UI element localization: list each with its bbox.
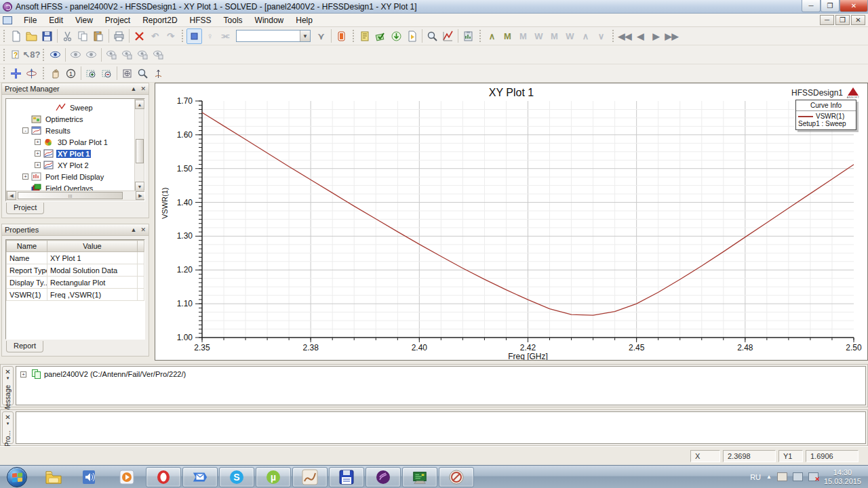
taskbar-designer-app[interactable] bbox=[292, 467, 328, 487]
toolbar-grip[interactable] bbox=[3, 48, 5, 62]
clock[interactable]: 14:30 15.03.2015 bbox=[824, 468, 861, 486]
tree-item-label[interactable]: Sweep bbox=[68, 104, 94, 112]
tray-expand-icon[interactable]: ▲ bbox=[766, 474, 772, 480]
tree-scroll-down[interactable]: ▼ bbox=[135, 182, 144, 191]
tree-item-label[interactable]: Port Field Display bbox=[44, 173, 105, 181]
mdi-minimize-button[interactable]: ─ bbox=[820, 15, 834, 25]
tree-item-results[interactable]: -Results bbox=[6, 125, 144, 136]
show-active-icon[interactable] bbox=[104, 47, 119, 62]
mdi-restore-button[interactable]: ❐ bbox=[835, 15, 850, 25]
tree-scroll-right[interactable]: ▶ bbox=[136, 191, 145, 200]
validate-icon[interactable] bbox=[357, 28, 373, 44]
close-button[interactable]: ✕ bbox=[840, 0, 868, 12]
paste-icon[interactable] bbox=[91, 28, 106, 44]
toolbar-grip[interactable] bbox=[479, 29, 481, 43]
print-icon[interactable] bbox=[111, 28, 127, 44]
prop-value-cell[interactable]: Freq ,VSWR(1) bbox=[47, 289, 138, 301]
minimize-button[interactable]: ─ bbox=[802, 0, 821, 12]
measure-icon[interactable]: ♀ bbox=[202, 28, 218, 44]
save-icon[interactable] bbox=[39, 28, 55, 44]
prop-value-cell[interactable]: Modal Solution Data bbox=[47, 264, 138, 277]
last-frame-icon[interactable]: ▶▶ bbox=[664, 28, 679, 44]
prop-row-display-ty-[interactable]: Display Ty...Rectangular Plot bbox=[7, 277, 144, 289]
toolbar-grip[interactable] bbox=[42, 48, 45, 62]
wave-w1-icon[interactable]: W bbox=[531, 28, 547, 44]
taskbar-volume-mixer[interactable] bbox=[73, 467, 108, 487]
tree-item-optimetrics[interactable]: Optimetrics bbox=[6, 113, 144, 125]
solve-loop-icon[interactable] bbox=[425, 28, 440, 44]
wave-down-icon[interactable]: ∨ bbox=[593, 28, 609, 44]
hide-selection-icon[interactable] bbox=[68, 47, 83, 62]
menu-project[interactable]: Project bbox=[99, 14, 136, 26]
hide-all-icon[interactable] bbox=[83, 47, 99, 62]
toolbar-grip[interactable] bbox=[3, 29, 5, 43]
wave-sine-icon[interactable]: ∧ bbox=[484, 28, 500, 44]
wave-m3-icon[interactable]: M bbox=[547, 28, 562, 44]
prop-value-cell[interactable]: XY Plot 1 bbox=[47, 252, 138, 264]
prop-row-name[interactable]: NameXY Plot 1 bbox=[7, 252, 144, 264]
tree-expander-icon[interactable]: + bbox=[22, 174, 28, 180]
tree-item-sweep[interactable]: Sweep bbox=[6, 102, 144, 113]
tree-item-xy-plot-1[interactable]: +XY Plot 1 bbox=[6, 148, 144, 159]
rotate-3d-icon[interactable] bbox=[24, 66, 39, 81]
curve-info-legend[interactable]: Curve Info VSWR(1) Setup1 : Sweep bbox=[795, 100, 856, 130]
prop-row-vswr-1-[interactable]: VSWR(1)Freq ,VSWR(1) bbox=[7, 289, 144, 301]
tree-item-port-field-display[interactable]: +Port Field Display bbox=[6, 171, 144, 182]
show-visibility-icon[interactable] bbox=[47, 47, 63, 62]
child-window-icon[interactable] bbox=[3, 16, 12, 24]
tree-item-label[interactable]: Optimetrics bbox=[44, 115, 85, 123]
open-folder-icon[interactable] bbox=[24, 28, 39, 44]
wave-m2-icon[interactable]: M bbox=[515, 28, 531, 44]
copy-icon[interactable] bbox=[75, 28, 91, 44]
tree-vscroll-thumb[interactable] bbox=[136, 139, 144, 163]
move-3d-icon[interactable] bbox=[8, 66, 24, 81]
prop-col-name[interactable]: Name bbox=[7, 241, 47, 252]
menu-report2d[interactable]: Report2D bbox=[136, 14, 183, 26]
variables-icon[interactable]: ⋎ bbox=[313, 28, 329, 44]
wave-w2-icon[interactable]: W bbox=[562, 28, 578, 44]
taskbar-purple-app[interactable] bbox=[366, 467, 401, 487]
model-tree-icon[interactable]: ⫘ bbox=[218, 28, 233, 44]
tree-expander-icon[interactable]: + bbox=[35, 150, 41, 157]
redo-icon[interactable]: ↷ bbox=[163, 28, 178, 44]
message-dock-tab[interactable]: ✕ ▾ Message bbox=[2, 366, 14, 405]
dynamic-zoom-icon[interactable]: 1 bbox=[63, 66, 79, 81]
properties-close-icon[interactable]: ✕ bbox=[140, 226, 146, 233]
tree-hscroll-thumb[interactable]: III bbox=[18, 192, 123, 199]
panel-collapse-icon[interactable]: ▲ bbox=[131, 85, 137, 92]
combo-dropdown-icon[interactable]: ▼ bbox=[300, 30, 310, 41]
show-all-icon[interactable] bbox=[119, 47, 135, 62]
cut-icon[interactable] bbox=[60, 28, 75, 44]
taskbar-save-tool[interactable] bbox=[329, 467, 364, 487]
plot-canvas[interactable]: 1.001.101.201.301.401.501.601.702.352.38… bbox=[155, 83, 867, 360]
tree-scroll-left[interactable]: ◀ bbox=[7, 191, 16, 200]
tree-expander-icon[interactable]: - bbox=[22, 127, 28, 134]
tree-item-3d-polar-plot-1[interactable]: +3D Polar Plot 1 bbox=[6, 136, 144, 148]
boundary-display-icon[interactable] bbox=[334, 28, 349, 44]
taskbar-utorrent[interactable]: µ bbox=[256, 467, 291, 487]
report-clipboard-icon[interactable] bbox=[460, 28, 476, 44]
taskbar-circuit-app[interactable] bbox=[402, 467, 437, 487]
menu-file[interactable]: File bbox=[18, 14, 43, 26]
fit-selection-icon[interactable] bbox=[135, 66, 151, 81]
action-center-icon[interactable] bbox=[777, 472, 787, 481]
toolbar-grip[interactable] bbox=[3, 66, 5, 80]
prop-value-cell[interactable]: Rectangular Plot bbox=[47, 277, 138, 289]
solution-data-icon[interactable] bbox=[404, 28, 420, 44]
fit-all-icon[interactable] bbox=[119, 66, 135, 81]
undo-icon[interactable]: ↶ bbox=[147, 28, 163, 44]
progress-dock-tab[interactable]: ✕ ▾ Pro... bbox=[2, 411, 14, 444]
message-close-icon[interactable]: ✕ bbox=[5, 368, 10, 375]
prev-frame-icon[interactable]: ◀ bbox=[633, 28, 648, 44]
menu-tools[interactable]: Tools bbox=[218, 14, 249, 26]
restore-button[interactable]: ❐ bbox=[821, 0, 840, 12]
taskbar-media-player[interactable] bbox=[109, 467, 144, 487]
project-tab[interactable]: Project bbox=[6, 203, 44, 214]
zoom-out-icon[interactable] bbox=[99, 66, 115, 81]
mdi-close-button[interactable]: ✕ bbox=[851, 15, 865, 25]
hide-all-views-icon[interactable] bbox=[151, 47, 166, 62]
toolbar-grip[interactable] bbox=[42, 66, 45, 80]
taskbar-mail-client[interactable] bbox=[182, 467, 218, 487]
tree-item-xy-plot-2[interactable]: +XY Plot 2 bbox=[6, 159, 144, 171]
taskbar-opera-browser[interactable] bbox=[146, 467, 181, 487]
